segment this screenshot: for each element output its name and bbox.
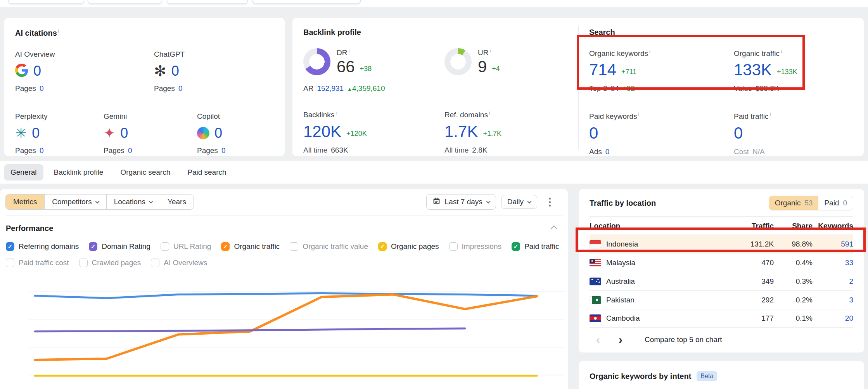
info-icon: i [335,110,337,116]
domain-input-partial[interactable] [88,0,162,4]
url-rating-block: URi 9 +4 [444,48,500,76]
perplexity-count: 0 [32,125,40,141]
next-page-button[interactable]: › [612,331,629,348]
checkbox-organic-pages[interactable]: Organic pages [378,242,439,251]
tab-general[interactable]: General [4,164,43,181]
table-row[interactable]: Cambodia 177 0.1% 20 [590,309,853,328]
pages-link[interactable]: 0 [40,84,44,93]
ads-link[interactable]: 0 [605,148,610,156]
top-inputs-strip [0,0,868,7]
segment-locations[interactable]: Locations [106,194,160,209]
compare-top5-link[interactable]: Compare top 5 on chart [645,335,722,344]
organic-traffic-value[interactable]: 133K [734,61,772,79]
paid-keywords-value[interactable]: 0 [589,124,598,142]
keywords-link[interactable]: 33 [845,259,853,267]
more-options-button[interactable] [542,195,557,209]
organic-traffic-block: Organic traffici 133K +133K Value $38.3K [734,49,797,93]
paid-traffic-value[interactable]: 0 [734,124,743,142]
checkbox-organic-traffic-value[interactable]: Organic traffic value [290,242,368,251]
segment-competitors[interactable]: Competitors [44,194,106,209]
flag-indonesia-icon [590,240,601,248]
info-icon: i [58,28,59,34]
info-icon: i [649,49,650,54]
checkbox-url-rating[interactable]: URL Rating [161,242,211,251]
checkbox-paid-traffic[interactable]: Paid traffic [512,242,559,251]
chatgpt-count: 0 [171,63,179,79]
domain-input-partial[interactable] [167,0,248,4]
keywords-link[interactable]: 20 [845,314,853,322]
keywords-link[interactable]: 3 [849,296,853,304]
flag-pakistan-icon [590,296,601,304]
traffic-by-location-title: Traffic by location [590,199,656,208]
paid-traffic-block: Paid traffici 0 CostN/A [734,111,771,156]
chevron-right-icon: › [619,333,622,346]
info-icon: i [638,111,640,117]
metric-checkboxes: Referring domains Domain Rating URL Rati… [0,233,568,267]
checkbox-ai-overviews[interactable]: AI Overviews [151,259,207,267]
granularity-button[interactable]: Daily [501,195,537,209]
dr-donut [303,48,330,75]
gemini-count: 0 [120,125,128,141]
keywords-link[interactable]: 591 [841,240,853,248]
pages-link[interactable]: 0 [178,84,183,93]
checkbox-paid-traffic-cost[interactable]: Paid traffic cost [6,259,69,267]
pages-link[interactable]: 0 [40,146,44,155]
ar-value-link[interactable]: 152,931 [317,84,344,93]
checkbox-organic-traffic[interactable]: Organic traffic [221,242,280,251]
keywords-by-intent-title: Organic keywords by intent [590,372,691,381]
pages-link[interactable]: 0 [221,146,226,155]
chevron-left-icon: ‹ [596,333,600,346]
tab-organic-search[interactable]: Organic search [114,164,177,181]
top3-delta: +82 [622,84,635,93]
authority-rank-row: AR 152,931 ▲4,359,610 [303,84,567,93]
chart-toolbar: Metrics Competitors Locations Years Last… [0,189,568,210]
perplexity-icon: ✳ [15,126,27,140]
beta-badge: Beta [697,371,717,381]
segment-metrics[interactable]: Metrics [6,194,44,209]
toggle-organic[interactable]: Organic53 [769,196,819,210]
paid-keywords-block: Paid keywordsi 0 Ads0 [589,111,734,156]
copilot-icon [197,127,209,139]
checkbox-domain-rating[interactable]: Domain Rating [89,242,150,251]
table-header-row: Location Traffic Share Keywords [590,217,853,234]
domain-input-partial[interactable] [252,0,361,4]
toggle-paid[interactable]: Paid0 [818,196,853,210]
table-row[interactable]: Australia 349 0.3% 2 [590,272,853,290]
domain-input-partial[interactable] [8,0,84,4]
pages-link[interactable]: 0 [128,146,132,155]
copilot-count: 0 [214,125,222,141]
table-row[interactable]: Indonesia 131.2K 98.8% 591 [590,234,853,253]
checkbox-referring-domains[interactable]: Referring domains [6,242,79,251]
checkbox-impressions[interactable]: Impressions [449,242,501,251]
tab-backlink-profile[interactable]: Backlink profile [47,164,110,181]
checkbox-crawled-pages[interactable]: Crawled pages [79,259,141,267]
prev-page-button[interactable]: ‹ [590,331,607,348]
dr-delta: +38 [360,65,372,73]
ai-overview-count: 0 [33,63,41,79]
view-segmented-control: Metrics Competitors Locations Years [5,194,194,210]
table-row[interactable]: Pakistan 292 0.2% 3 [590,290,853,309]
dr-value: 66 [337,58,355,76]
tab-paid-search[interactable]: Paid search [181,164,233,181]
performance-chart[interactable] [23,268,566,389]
ai-citations-card: AI citationsi AI Overview 0 Pages0 ChatG… [4,18,285,156]
backlinks-delta: +120K [346,130,367,138]
traffic-type-toggle: Organic53 Paid0 [769,196,853,210]
backlinks-value[interactable]: 120K [303,123,341,141]
keywords-link[interactable]: 2 [849,277,853,285]
table-row[interactable]: Malaysia 470 0.4% 33 [590,253,853,272]
info-icon: i [769,111,771,117]
keywords-by-intent-card: Organic keywords by intent Beta [579,361,864,389]
triangle-up-icon: ▲ [347,86,352,92]
collapse-section-button[interactable] [551,225,557,232]
date-range-button[interactable]: Last 7 days [426,194,496,210]
organic-keywords-value[interactable]: 714 [589,61,616,79]
domain-rating-block: DRi 66 +38 [303,48,444,76]
performance-card: Metrics Competitors Locations Years Last… [0,189,568,389]
organic-keywords-block: Organic keywordsi 714 +711 Top 3 84 +82 [589,49,734,93]
ref-domains-value[interactable]: 1.7K [444,123,478,141]
top3-link[interactable]: 84 [610,84,619,93]
calendar-icon [432,197,441,207]
flag-cambodia-icon [590,314,601,322]
segment-years[interactable]: Years [160,194,194,209]
